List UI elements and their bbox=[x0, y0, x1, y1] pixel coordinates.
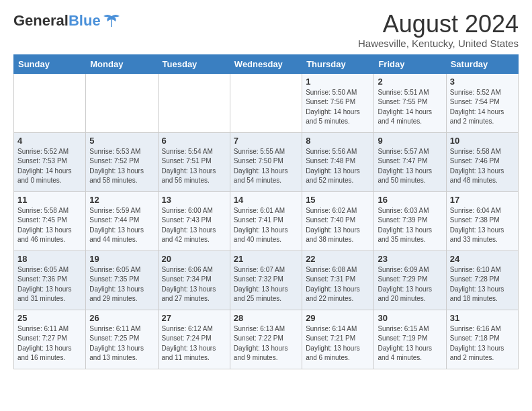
header-friday: Friday bbox=[374, 54, 446, 73]
day-number: 26 bbox=[89, 313, 154, 323]
day-number: 24 bbox=[450, 254, 515, 264]
calendar-cell: 3Sunrise: 5:52 AM Sunset: 7:54 PM Daylig… bbox=[446, 73, 518, 132]
week-row-3: 11Sunrise: 5:58 AM Sunset: 7:45 PM Dayli… bbox=[14, 191, 519, 250]
day-info: Sunrise: 6:11 AM Sunset: 7:27 PM Dayligh… bbox=[17, 324, 82, 363]
calendar-cell bbox=[86, 73, 158, 132]
header-wednesday: Wednesday bbox=[230, 54, 302, 73]
month-title: August 2024 bbox=[358, 11, 519, 38]
calendar-cell: 30Sunrise: 6:15 AM Sunset: 7:19 PM Dayli… bbox=[374, 310, 446, 369]
calendar-cell: 2Sunrise: 5:51 AM Sunset: 7:55 PM Daylig… bbox=[374, 73, 446, 132]
calendar-cell: 23Sunrise: 6:09 AM Sunset: 7:29 PM Dayli… bbox=[374, 250, 446, 310]
logo-text: GeneralBlue bbox=[13, 13, 101, 28]
day-number: 21 bbox=[234, 254, 298, 264]
day-number: 10 bbox=[450, 136, 515, 146]
logo-bird-icon bbox=[102, 13, 121, 28]
calendar-cell: 7Sunrise: 5:55 AM Sunset: 7:50 PM Daylig… bbox=[230, 132, 302, 191]
calendar-cell: 6Sunrise: 5:54 AM Sunset: 7:51 PM Daylig… bbox=[158, 132, 230, 191]
calendar-cell: 19Sunrise: 6:05 AM Sunset: 7:35 PM Dayli… bbox=[86, 250, 158, 310]
day-number: 7 bbox=[234, 136, 298, 146]
calendar-cell: 8Sunrise: 5:56 AM Sunset: 7:48 PM Daylig… bbox=[302, 132, 374, 191]
header-sunday: Sunday bbox=[14, 54, 86, 73]
week-row-1: 1Sunrise: 5:50 AM Sunset: 7:56 PM Daylig… bbox=[14, 73, 519, 132]
day-info: Sunrise: 6:11 AM Sunset: 7:25 PM Dayligh… bbox=[89, 324, 154, 363]
day-info: Sunrise: 6:07 AM Sunset: 7:32 PM Dayligh… bbox=[234, 265, 298, 304]
day-info: Sunrise: 5:59 AM Sunset: 7:44 PM Dayligh… bbox=[89, 206, 154, 245]
day-number: 8 bbox=[306, 136, 370, 146]
calendar-cell: 11Sunrise: 5:58 AM Sunset: 7:45 PM Dayli… bbox=[14, 191, 86, 250]
calendar-cell: 5Sunrise: 5:53 AM Sunset: 7:52 PM Daylig… bbox=[86, 132, 158, 191]
header-thursday: Thursday bbox=[302, 54, 374, 73]
calendar-cell: 25Sunrise: 6:11 AM Sunset: 7:27 PM Dayli… bbox=[14, 310, 86, 369]
calendar-cell bbox=[158, 73, 230, 132]
day-info: Sunrise: 5:50 AM Sunset: 7:56 PM Dayligh… bbox=[306, 88, 370, 127]
day-info: Sunrise: 5:53 AM Sunset: 7:52 PM Dayligh… bbox=[89, 147, 154, 186]
day-info: Sunrise: 6:06 AM Sunset: 7:34 PM Dayligh… bbox=[162, 265, 226, 304]
calendar-cell: 21Sunrise: 6:07 AM Sunset: 7:32 PM Dayli… bbox=[230, 250, 302, 310]
day-number: 28 bbox=[234, 313, 298, 323]
day-info: Sunrise: 5:52 AM Sunset: 7:54 PM Dayligh… bbox=[450, 88, 515, 127]
calendar-cell: 15Sunrise: 6:02 AM Sunset: 7:40 PM Dayli… bbox=[302, 191, 374, 250]
day-info: Sunrise: 6:05 AM Sunset: 7:36 PM Dayligh… bbox=[17, 265, 82, 304]
day-info: Sunrise: 6:05 AM Sunset: 7:35 PM Dayligh… bbox=[89, 265, 154, 304]
day-number: 31 bbox=[450, 313, 515, 323]
day-number: 23 bbox=[378, 254, 442, 264]
day-info: Sunrise: 6:13 AM Sunset: 7:22 PM Dayligh… bbox=[234, 324, 298, 363]
day-number: 1 bbox=[306, 77, 370, 87]
calendar-table: SundayMondayTuesdayWednesdayThursdayFrid… bbox=[13, 54, 519, 369]
day-number: 13 bbox=[162, 195, 226, 205]
logo: GeneralBlue bbox=[13, 13, 121, 28]
calendar-cell bbox=[230, 73, 302, 132]
day-number: 9 bbox=[378, 136, 442, 146]
day-info: Sunrise: 5:51 AM Sunset: 7:55 PM Dayligh… bbox=[378, 88, 442, 127]
calendar-cell: 29Sunrise: 6:14 AM Sunset: 7:21 PM Dayli… bbox=[302, 310, 374, 369]
calendar-cell bbox=[14, 73, 86, 132]
day-number: 30 bbox=[378, 313, 442, 323]
calendar-cell: 28Sunrise: 6:13 AM Sunset: 7:22 PM Dayli… bbox=[230, 310, 302, 369]
day-info: Sunrise: 6:08 AM Sunset: 7:31 PM Dayligh… bbox=[306, 265, 370, 304]
day-info: Sunrise: 6:02 AM Sunset: 7:40 PM Dayligh… bbox=[306, 206, 370, 245]
day-info: Sunrise: 6:16 AM Sunset: 7:18 PM Dayligh… bbox=[450, 324, 515, 363]
day-number: 16 bbox=[378, 195, 442, 205]
day-number: 19 bbox=[89, 254, 154, 264]
calendar-cell: 24Sunrise: 6:10 AM Sunset: 7:28 PM Dayli… bbox=[446, 250, 518, 310]
title-block: August 2024 Hawesville, Kentucky, United… bbox=[358, 11, 519, 49]
page-header: GeneralBlue August 2024 Hawesville, Kent… bbox=[13, 11, 519, 49]
calendar-cell: 26Sunrise: 6:11 AM Sunset: 7:25 PM Dayli… bbox=[86, 310, 158, 369]
day-info: Sunrise: 5:52 AM Sunset: 7:53 PM Dayligh… bbox=[17, 147, 82, 186]
calendar-cell: 10Sunrise: 5:58 AM Sunset: 7:46 PM Dayli… bbox=[446, 132, 518, 191]
header-saturday: Saturday bbox=[446, 54, 518, 73]
day-info: Sunrise: 6:04 AM Sunset: 7:38 PM Dayligh… bbox=[450, 206, 515, 245]
day-number: 29 bbox=[306, 313, 370, 323]
day-number: 27 bbox=[162, 313, 226, 323]
calendar-cell: 12Sunrise: 5:59 AM Sunset: 7:44 PM Dayli… bbox=[86, 191, 158, 250]
calendar-cell: 17Sunrise: 6:04 AM Sunset: 7:38 PM Dayli… bbox=[446, 191, 518, 250]
day-info: Sunrise: 6:03 AM Sunset: 7:39 PM Dayligh… bbox=[378, 206, 442, 245]
day-info: Sunrise: 5:57 AM Sunset: 7:47 PM Dayligh… bbox=[378, 147, 442, 186]
header-row: SundayMondayTuesdayWednesdayThursdayFrid… bbox=[14, 54, 519, 73]
calendar-cell: 1Sunrise: 5:50 AM Sunset: 7:56 PM Daylig… bbox=[302, 73, 374, 132]
day-number: 18 bbox=[17, 254, 82, 264]
calendar-cell: 4Sunrise: 5:52 AM Sunset: 7:53 PM Daylig… bbox=[14, 132, 86, 191]
week-row-4: 18Sunrise: 6:05 AM Sunset: 7:36 PM Dayli… bbox=[14, 250, 519, 310]
calendar-cell: 31Sunrise: 6:16 AM Sunset: 7:18 PM Dayli… bbox=[446, 310, 518, 369]
day-number: 20 bbox=[162, 254, 226, 264]
day-number: 17 bbox=[450, 195, 515, 205]
day-number: 22 bbox=[306, 254, 370, 264]
day-number: 14 bbox=[234, 195, 298, 205]
day-info: Sunrise: 6:10 AM Sunset: 7:28 PM Dayligh… bbox=[450, 265, 515, 304]
day-info: Sunrise: 5:58 AM Sunset: 7:45 PM Dayligh… bbox=[17, 206, 82, 245]
week-row-5: 25Sunrise: 6:11 AM Sunset: 7:27 PM Dayli… bbox=[14, 310, 519, 369]
day-info: Sunrise: 6:00 AM Sunset: 7:43 PM Dayligh… bbox=[162, 206, 226, 245]
day-info: Sunrise: 6:09 AM Sunset: 7:29 PM Dayligh… bbox=[378, 265, 442, 304]
day-info: Sunrise: 6:01 AM Sunset: 7:41 PM Dayligh… bbox=[234, 206, 298, 245]
calendar-cell: 13Sunrise: 6:00 AM Sunset: 7:43 PM Dayli… bbox=[158, 191, 230, 250]
day-info: Sunrise: 5:58 AM Sunset: 7:46 PM Dayligh… bbox=[450, 147, 515, 186]
calendar-cell: 27Sunrise: 6:12 AM Sunset: 7:24 PM Dayli… bbox=[158, 310, 230, 369]
day-number: 6 bbox=[162, 136, 226, 146]
header-tuesday: Tuesday bbox=[158, 54, 230, 73]
day-number: 25 bbox=[17, 313, 82, 323]
day-number: 12 bbox=[89, 195, 154, 205]
calendar-cell: 14Sunrise: 6:01 AM Sunset: 7:41 PM Dayli… bbox=[230, 191, 302, 250]
day-info: Sunrise: 5:56 AM Sunset: 7:48 PM Dayligh… bbox=[306, 147, 370, 186]
calendar-cell: 9Sunrise: 5:57 AM Sunset: 7:47 PM Daylig… bbox=[374, 132, 446, 191]
